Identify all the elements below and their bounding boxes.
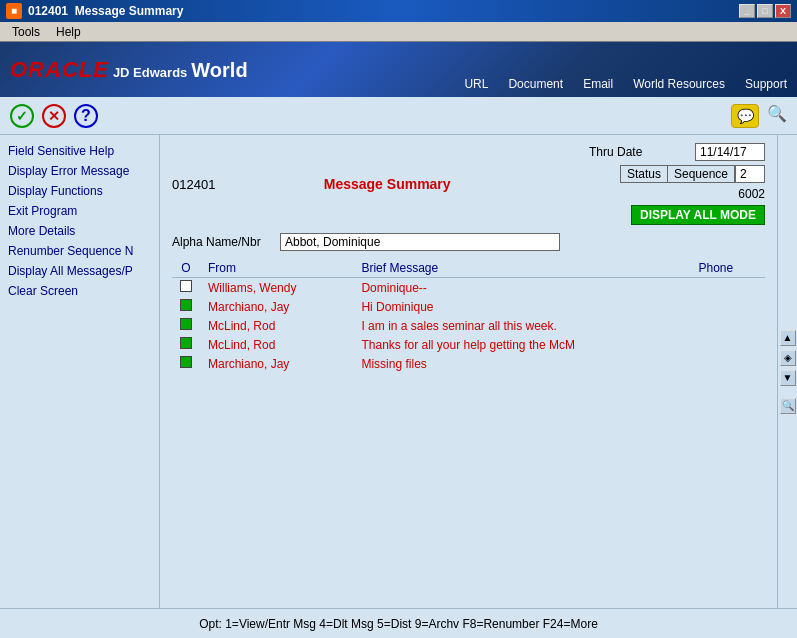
app-code: 012401: [172, 177, 215, 192]
row-opt-4[interactable]: [172, 354, 200, 373]
row-indicator-3: [180, 337, 192, 349]
row-opt-2[interactable]: [172, 316, 200, 335]
row-from-0: Williams, Wendy: [200, 278, 353, 298]
row-from-1: Marchiano, Jay: [200, 297, 353, 316]
sidebar-item-display-error-message[interactable]: Display Error Message: [4, 161, 155, 181]
menu-help[interactable]: Help: [48, 23, 89, 41]
oracle-logo: ORACLE JD Edwards World: [10, 57, 248, 83]
close-button[interactable]: X: [775, 4, 791, 18]
toolbar: ✓ ✕ ? 💬 🔍: [0, 97, 797, 135]
alpha-name-label: Alpha Name/Nbr: [172, 235, 272, 249]
sequence-label: Sequence: [668, 165, 735, 183]
status-seq-row: Status Sequence: [620, 165, 765, 183]
sidebar-item-clear-screen[interactable]: Clear Screen: [4, 281, 155, 301]
oracle-header: ORACLE JD Edwards World URL Document Ema…: [0, 42, 797, 97]
status-text: Opt: 1=View/Entr Msg 4=Dlt Msg 5=Dist 9=…: [199, 617, 598, 631]
form-title: Message Summary: [245, 176, 529, 192]
content-area: 012401 Message Summary Thru Date Status …: [160, 135, 777, 608]
oracle-text: ORACLE: [10, 57, 109, 83]
search-icon[interactable]: 🔍: [767, 104, 787, 128]
nav-world-resources[interactable]: World Resources: [633, 77, 725, 91]
row-opt-0[interactable]: [172, 278, 200, 298]
thru-date-input[interactable]: [695, 143, 765, 161]
sidebar-item-more-details[interactable]: More Details: [4, 221, 155, 241]
row-brief-0: Dominique--: [353, 278, 690, 298]
row-brief-3: Thanks for all your help getting the McM: [353, 335, 690, 354]
row-from-2: McLind, Rod: [200, 316, 353, 335]
row-phone-1: [691, 297, 766, 316]
chat-icon[interactable]: 💬: [731, 104, 759, 128]
scroll-mid-button[interactable]: ◈: [780, 350, 796, 366]
table-row: Marchiano, JayMissing files: [172, 354, 765, 373]
table-row: Marchiano, JayHi Dominique: [172, 297, 765, 316]
status-label: Status: [620, 165, 668, 183]
sidebar-item-display-all-messages[interactable]: Display All Messages/P: [4, 261, 155, 281]
row-indicator-4: [180, 356, 192, 368]
row-opt-1[interactable]: [172, 297, 200, 316]
col-header-from: From: [200, 259, 353, 278]
minimize-button[interactable]: _: [739, 4, 755, 18]
row-phone-0: [691, 278, 766, 298]
menu-tools[interactable]: Tools: [4, 23, 48, 41]
col-header-brief-message: Brief Message: [353, 259, 690, 278]
cancel-button[interactable]: ✕: [42, 104, 66, 128]
maximize-button[interactable]: □: [757, 4, 773, 18]
app-icon: ■: [6, 3, 22, 19]
sidebar-item-exit-program[interactable]: Exit Program: [4, 201, 155, 221]
table-row: McLind, RodThanks for all your help gett…: [172, 335, 765, 354]
sidebar-item-display-functions[interactable]: Display Functions: [4, 181, 155, 201]
status-bar: Opt: 1=View/Entr Msg 4=Dlt Msg 5=Dist 9=…: [0, 608, 797, 638]
row-indicator-0: [180, 280, 192, 292]
right-scroll-area: ▲ ◈ ▼ 🔍: [777, 135, 797, 608]
table-row: Williams, WendyDominique--: [172, 278, 765, 298]
confirm-button[interactable]: ✓: [10, 104, 34, 128]
col-header-phone: Phone: [691, 259, 766, 278]
header-nav: URL Document Email World Resources Suppo…: [464, 77, 787, 91]
toolbar-right: 💬 🔍: [731, 104, 787, 128]
row-brief-1: Hi Dominique: [353, 297, 690, 316]
help-button[interactable]: ?: [74, 104, 98, 128]
nav-email[interactable]: Email: [583, 77, 613, 91]
scroll-down-button[interactable]: ▼: [780, 370, 796, 386]
main-area: Field Sensitive Help Display Error Messa…: [0, 135, 797, 608]
row-phone-3: [691, 335, 766, 354]
alpha-name-row: Alpha Name/Nbr: [172, 233, 765, 251]
world-text: World: [191, 59, 247, 82]
alpha-name-input[interactable]: [280, 233, 560, 251]
nav-url[interactable]: URL: [464, 77, 488, 91]
col-header-opt: O: [172, 259, 200, 278]
code-value: 6002: [738, 187, 765, 201]
display-mode-button[interactable]: DISPLAY ALL MODE: [631, 205, 765, 225]
row-indicator-1: [180, 299, 192, 311]
window-title: 012401 Message Summary: [28, 4, 739, 18]
title-bar: ■ 012401 Message Summary _ □ X: [0, 0, 797, 22]
row-phone-2: [691, 316, 766, 335]
row-from-4: Marchiano, Jay: [200, 354, 353, 373]
menu-bar: Tools Help: [0, 22, 797, 42]
messages-table: O From Brief Message Phone Williams, Wen…: [172, 259, 765, 373]
row-from-3: McLind, Rod: [200, 335, 353, 354]
row-brief-4: Missing files: [353, 354, 690, 373]
sequence-input[interactable]: [735, 165, 765, 183]
title-row: 012401 Message Summary Thru Date Status …: [172, 143, 765, 225]
zoom-button[interactable]: 🔍: [780, 398, 796, 414]
row-opt-3[interactable]: [172, 335, 200, 354]
sidebar-item-field-sensitive-help[interactable]: Field Sensitive Help: [4, 141, 155, 161]
sidebar-item-renumber-sequence[interactable]: Renumber Sequence N: [4, 241, 155, 261]
thru-date-label: Thru Date: [589, 145, 689, 159]
nav-document[interactable]: Document: [508, 77, 563, 91]
date-section: Thru Date Status Sequence 6002 DISPLAY A…: [589, 143, 765, 225]
jde-text: JD Edwards: [113, 65, 187, 80]
row-phone-4: [691, 354, 766, 373]
window-controls: _ □ X: [739, 4, 791, 18]
row-indicator-2: [180, 318, 192, 330]
nav-support[interactable]: Support: [745, 77, 787, 91]
sidebar: Field Sensitive Help Display Error Messa…: [0, 135, 160, 608]
table-row: McLind, RodI am in a sales seminar all t…: [172, 316, 765, 335]
thru-date-row: Thru Date: [589, 143, 765, 161]
row-brief-2: I am in a sales seminar all this week.: [353, 316, 690, 335]
scroll-up-button[interactable]: ▲: [780, 330, 796, 346]
